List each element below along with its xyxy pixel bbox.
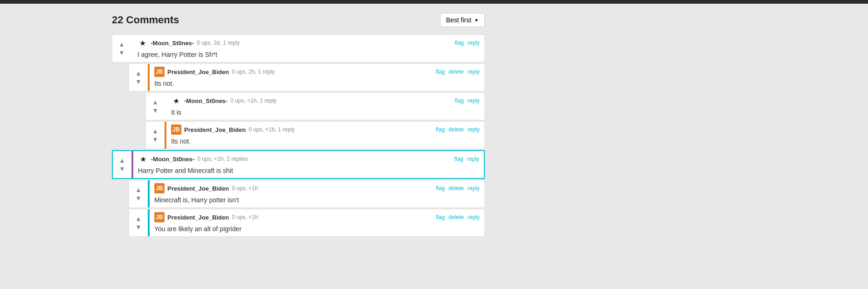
comment-username: President_Joe_Biden — [167, 69, 229, 76]
downvote-button[interactable] — [135, 195, 142, 201]
top-bar — [0, 0, 868, 4]
comment-text: Minecraft is, Harry potter isn't — [154, 195, 480, 205]
comment-action-reply[interactable]: reply — [468, 214, 480, 220]
comment-text: You are likely an alt of pigrider — [154, 224, 480, 234]
vote-area — [129, 209, 148, 236]
comment-inner: JBPresident_Joe_Biden0 ups, <1hflagdelet… — [148, 209, 484, 236]
avatar-icon: JB — [171, 124, 181, 135]
avatar-icon: JB — [154, 212, 165, 222]
comment-meta-left: JBPresident_Joe_Biden0 ups, <1h — [154, 183, 258, 193]
vote-area — [146, 93, 165, 120]
comment-actions: flagdeletereply — [436, 185, 480, 192]
comment-info: 0 ups, <1h, 1 reply — [230, 97, 276, 104]
comment-block: JBPresident_Joe_Biden0 ups, <1hflagdelet… — [129, 209, 485, 237]
comment-meta: JBPresident_Joe_Biden0 ups, <1hflagdelet… — [154, 183, 480, 193]
comment-action-reply[interactable]: reply — [468, 185, 480, 192]
downvote-button[interactable] — [135, 78, 142, 85]
comment-block: JBPresident_Joe_Biden0 ups, 2h, 1 replyf… — [129, 63, 485, 91]
comment-inner: JBPresident_Joe_Biden0 ups, <1hflagdelet… — [148, 180, 484, 207]
comment-meta: ★-Moon_St0nes-0 ups, <1h, 1 replyflagrep… — [171, 96, 480, 106]
upvote-button[interactable] — [135, 215, 142, 222]
comment-actions: flagreply — [455, 40, 480, 46]
comment-meta-left: ★-Moon_St0nes-0 ups, 2d, 1 reply — [138, 38, 240, 48]
comment-block: ★-Moon_St0nes-0 ups, <1h, 1 replyflagrep… — [145, 92, 485, 120]
comment-action-flag[interactable]: flag — [455, 40, 464, 46]
comment-meta: JBPresident_Joe_Biden0 ups, <1hflagdelet… — [154, 212, 480, 222]
comment-action-reply[interactable]: reply — [467, 156, 479, 162]
comment-info: 0 ups, <1h — [232, 214, 258, 220]
comment-text: I agree, Harry Potter is Sh*t — [138, 50, 480, 59]
upvote-button[interactable] — [152, 128, 158, 134]
comment-inner: ★-Moon_St0nes-0 ups, <1h, 2 repliesflagr… — [131, 151, 484, 178]
vote-area — [146, 122, 165, 149]
upvote-button[interactable] — [119, 157, 125, 164]
comments-header: 22 Comments Best first ▼ — [112, 13, 485, 27]
downvote-button[interactable] — [135, 224, 142, 230]
comment-action-reply[interactable]: reply — [468, 126, 480, 133]
comment-block: ★-Moon_St0nes-0 ups, <1h, 2 repliesflagr… — [112, 150, 485, 179]
comment-username: -Moon_St0nes- — [184, 97, 227, 104]
comment-inner: JBPresident_Joe_Biden0 ups, 2h, 1 replyf… — [148, 64, 484, 91]
comment-meta: ★-Moon_St0nes-0 ups, <1h, 2 repliesflagr… — [138, 154, 479, 164]
comment-meta-left: JBPresident_Joe_Biden0 ups, 2h, 1 reply — [154, 67, 275, 77]
comment-username: President_Joe_Biden — [167, 185, 229, 192]
comment-action-flag[interactable]: flag — [436, 126, 445, 133]
comment-info: 0 ups, <1h, 2 replies — [197, 156, 248, 162]
comment-action-delete[interactable]: delete — [448, 69, 464, 75]
comments-container: ★-Moon_St0nes-0 ups, 2d, 1 replyflagrepl… — [112, 34, 485, 237]
vote-area — [113, 151, 131, 178]
upvote-button[interactable] — [135, 186, 142, 193]
downvote-button[interactable] — [118, 49, 125, 56]
comment-block: JBPresident_Joe_Biden0 ups, <1h, 1 reply… — [145, 121, 485, 149]
comments-title: 22 Comments — [112, 14, 179, 26]
chevron-down-icon: ▼ — [474, 18, 479, 23]
comment-username: President_Joe_Biden — [184, 126, 246, 133]
comment-actions: flagdeletereply — [436, 214, 480, 220]
comment-action-flag[interactable]: flag — [455, 97, 464, 104]
comment-action-reply[interactable]: reply — [468, 97, 480, 104]
comment-info: 0 ups, 2h, 1 reply — [232, 69, 275, 75]
comment-action-flag[interactable]: flag — [436, 185, 445, 192]
main-content: 22 Comments Best first ▼ ★-Moon_St0nes-0… — [112, 4, 485, 247]
comment-actions: flagdeletereply — [436, 126, 480, 133]
vote-area — [112, 35, 131, 62]
avatar-star-icon: ★ — [171, 96, 181, 106]
comment-actions: flagdeletereply — [436, 69, 480, 75]
comment-action-reply[interactable]: reply — [468, 69, 480, 75]
comment-username: -Moon_St0nes- — [151, 156, 194, 163]
comment-actions: flagreply — [455, 156, 479, 162]
upvote-button[interactable] — [118, 41, 125, 48]
upvote-button[interactable] — [135, 70, 142, 76]
sort-label: Best first — [446, 16, 471, 24]
vote-area — [129, 180, 148, 207]
downvote-button[interactable] — [152, 136, 158, 143]
comment-inner: ★-Moon_St0nes-0 ups, 2d, 1 replyflagrepl… — [131, 35, 484, 62]
comment-actions: flagreply — [455, 97, 480, 104]
comment-meta: JBPresident_Joe_Biden0 ups, 2h, 1 replyf… — [154, 67, 480, 77]
comment-action-delete[interactable]: delete — [448, 126, 464, 133]
downvote-button[interactable] — [152, 107, 158, 114]
vote-area — [129, 64, 148, 91]
comment-block: JBPresident_Joe_Biden0 ups, <1hflagdelet… — [129, 180, 485, 208]
comment-info: 0 ups, <1h — [232, 185, 258, 192]
comment-meta: ★-Moon_St0nes-0 ups, 2d, 1 replyflagrepl… — [138, 38, 480, 48]
comment-action-flag[interactable]: flag — [436, 69, 445, 75]
comment-meta-left: ★-Moon_St0nes-0 ups, <1h, 1 reply — [171, 96, 276, 106]
comment-text: Its not. — [171, 137, 480, 146]
avatar-star-icon: ★ — [138, 38, 148, 48]
comment-action-delete[interactable]: delete — [448, 214, 464, 220]
avatar-star-icon: ★ — [138, 154, 148, 164]
downvote-button[interactable] — [119, 165, 125, 172]
comment-block: ★-Moon_St0nes-0 ups, 2d, 1 replyflagrepl… — [112, 34, 485, 62]
upvote-button[interactable] — [152, 99, 158, 105]
comment-username: -Moon_St0nes- — [151, 40, 194, 47]
sort-dropdown[interactable]: Best first ▼ — [440, 13, 485, 27]
comment-action-delete[interactable]: delete — [448, 185, 464, 192]
comment-inner: ★-Moon_St0nes-0 ups, <1h, 1 replyflagrep… — [165, 93, 484, 120]
comment-action-flag[interactable]: flag — [436, 214, 445, 220]
comment-action-flag[interactable]: flag — [455, 156, 463, 162]
comment-username: President_Joe_Biden — [167, 214, 229, 221]
comment-meta: JBPresident_Joe_Biden0 ups, <1h, 1 reply… — [171, 124, 480, 135]
comment-action-reply[interactable]: reply — [468, 40, 480, 46]
avatar-icon: JB — [154, 183, 165, 193]
